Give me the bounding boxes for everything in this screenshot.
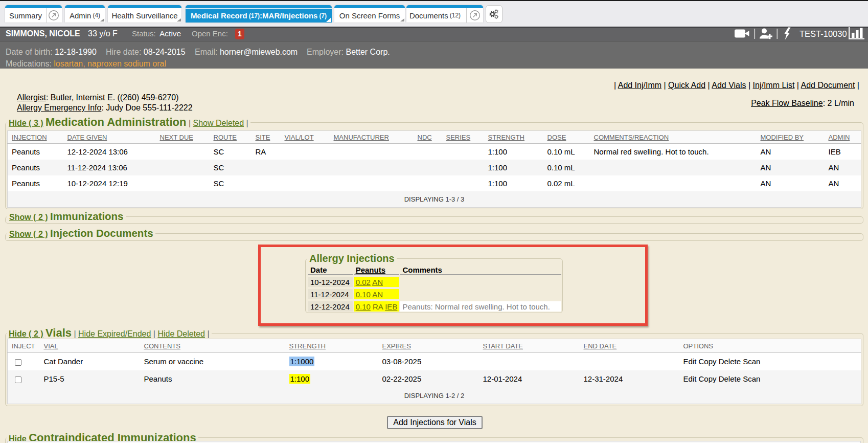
svg-text:TEST-10030: TEST-10030 [800,29,847,38]
